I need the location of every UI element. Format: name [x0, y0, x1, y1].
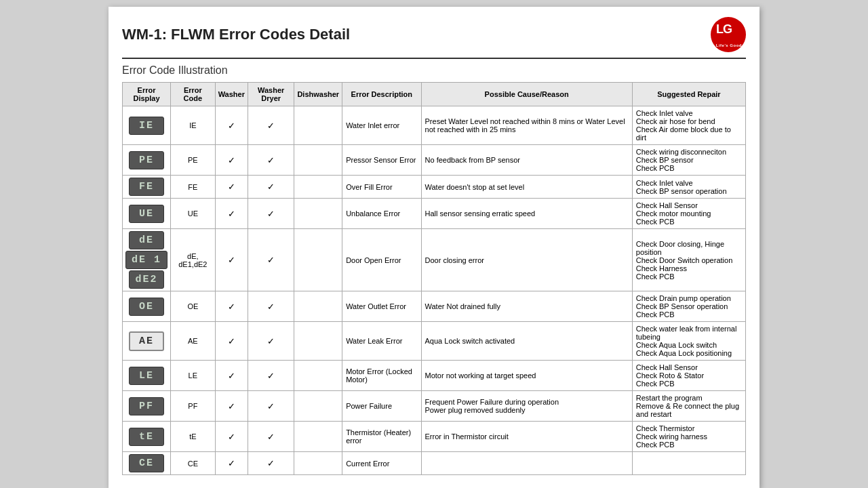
repair-cell [632, 452, 745, 475]
code-cell: CE [171, 452, 216, 475]
cause-cell: Frequent Power Failure during operationP… [421, 391, 632, 422]
display-cell: FE [123, 176, 171, 199]
display-cell: IE [123, 106, 171, 145]
washer-dryer-cell: ✓ [248, 106, 294, 145]
col-header-code: Error Code [171, 83, 216, 106]
display-cell: AE [123, 322, 171, 361]
col-header-cause: Possible Cause/Reason [421, 83, 632, 106]
page-title: WM-1: FLWM Error Codes Detail [122, 26, 350, 43]
washer-dryer-cell: ✓ [248, 422, 294, 452]
washer-cell: ✓ [215, 452, 248, 475]
description-cell: Current Error [342, 452, 421, 475]
table-row: FEFE✓✓Over Fill ErrorWater doesn't stop … [123, 176, 746, 199]
dishwasher-cell [294, 452, 342, 475]
section-title: Error Code Illustration [122, 64, 746, 77]
description-cell: Power Failure [342, 391, 421, 422]
washer-cell: ✓ [215, 291, 248, 322]
display-cell: CE [123, 452, 171, 475]
table-row: dEdE 1dE2dE, dE1,dE2✓✓Door Open ErrorDoo… [123, 229, 746, 291]
code-cell: PF [171, 391, 216, 422]
table-row: OEOE✓✓Water Outlet ErrorWater Not draine… [123, 291, 746, 322]
cause-cell: Water Not drained fully [421, 291, 632, 322]
col-header-description: Error Description [342, 83, 421, 106]
dishwasher-cell [294, 422, 342, 452]
repair-cell: Restart the programRemove & Re connect t… [632, 391, 745, 422]
lg-logo-circle: LG Life's Good [711, 17, 746, 52]
dishwasher-cell [294, 291, 342, 322]
code-cell: IE [171, 106, 216, 145]
repair-cell: Check water leak from internal tubeingCh… [632, 322, 745, 361]
cause-cell: Aqua Lock switch activated [421, 322, 632, 361]
repair-cell: Check Drain pump operationCheck BP Senso… [632, 291, 745, 322]
washer-cell: ✓ [215, 361, 248, 391]
description-cell: Door Open Error [342, 229, 421, 291]
dishwasher-cell [294, 176, 342, 199]
cause-cell: Preset Water Level not reached within 8 … [421, 106, 632, 145]
description-cell: Pressor Sensor Error [342, 145, 421, 176]
description-cell: Thermistor (Heater) error [342, 422, 421, 452]
display-cell: LE [123, 361, 171, 391]
lg-logo-sub: Life's Good [716, 43, 742, 47]
repair-cell: Check Hall SensorCheck Roto & StatorChec… [632, 361, 745, 391]
col-header-repair: Suggested Repair [632, 83, 745, 106]
washer-dryer-cell: ✓ [248, 291, 294, 322]
description-cell: Water Inlet error [342, 106, 421, 145]
dishwasher-cell [294, 145, 342, 176]
table-row: LELE✓✓Motor Error (Locked Motor)Motor no… [123, 361, 746, 391]
description-cell: Water Leak Error [342, 322, 421, 361]
washer-cell: ✓ [215, 176, 248, 199]
display-cell: dEdE 1dE2 [123, 229, 171, 291]
dishwasher-cell [294, 391, 342, 422]
code-cell: AE [171, 322, 216, 361]
washer-cell: ✓ [215, 199, 248, 229]
col-header-wdryer: Washer Dryer [248, 83, 294, 106]
display-cell: tE [123, 422, 171, 452]
cause-cell: Motor not working at target speed [421, 361, 632, 391]
display-cell: PF [123, 391, 171, 422]
washer-dryer-cell: ✓ [248, 322, 294, 361]
repair-cell: Check Inlet valveCheck BP sensor operati… [632, 176, 745, 199]
description-cell: Over Fill Error [342, 176, 421, 199]
table-row: PEPE✓✓Pressor Sensor ErrorNo feedback fr… [123, 145, 746, 176]
cause-cell: Door closing error [421, 229, 632, 291]
table-row: CECE✓✓Current Error [123, 452, 746, 475]
lg-logo-text: LG [716, 22, 732, 37]
cause-cell: Hall sensor sensing erratic speed [421, 199, 632, 229]
display-cell: OE [123, 291, 171, 322]
dishwasher-cell [294, 322, 342, 361]
cause-cell [421, 452, 632, 475]
washer-cell: ✓ [215, 145, 248, 176]
cause-cell: No feedback from BP sensor [421, 145, 632, 176]
repair-cell: Check Hall SensorCheck motor mountingChe… [632, 199, 745, 229]
table-row: PFPF✓✓Power FailureFrequent Power Failur… [123, 391, 746, 422]
washer-cell: ✓ [215, 322, 248, 361]
dishwasher-cell [294, 229, 342, 291]
washer-dryer-cell: ✓ [248, 199, 294, 229]
washer-dryer-cell: ✓ [248, 176, 294, 199]
washer-dryer-cell: ✓ [248, 229, 294, 291]
table-row: IEIE✓✓Water Inlet errorPreset Water Leve… [123, 106, 746, 145]
repair-cell: Check Inlet valveCheck air hose for bend… [632, 106, 745, 145]
washer-dryer-cell: ✓ [248, 452, 294, 475]
code-cell: OE [171, 291, 216, 322]
washer-cell: ✓ [215, 106, 248, 145]
code-cell: LE [171, 361, 216, 391]
code-cell: dE, dE1,dE2 [171, 229, 216, 291]
code-cell: UE [171, 199, 216, 229]
lg-logo: LG Life's Good [711, 17, 746, 52]
washer-dryer-cell: ✓ [248, 361, 294, 391]
display-cell: UE [123, 199, 171, 229]
description-cell: Motor Error (Locked Motor) [342, 361, 421, 391]
dishwasher-cell [294, 106, 342, 145]
description-cell: Unbalance Error [342, 199, 421, 229]
repair-cell: Check ThermistorCheck wiring harnessChec… [632, 422, 745, 452]
washer-cell: ✓ [215, 391, 248, 422]
washer-cell: ✓ [215, 229, 248, 291]
col-header-washer: Washer [215, 83, 248, 106]
washer-dryer-cell: ✓ [248, 391, 294, 422]
repair-cell: Check wiring disconnecitonCheck BP senso… [632, 145, 745, 176]
code-cell: PE [171, 145, 216, 176]
header-section: WM-1: FLWM Error Codes Detail LG Life's … [122, 17, 746, 59]
table-row: AEAE✓✓Water Leak ErrorAqua Lock switch a… [123, 322, 746, 361]
description-cell: Water Outlet Error [342, 291, 421, 322]
